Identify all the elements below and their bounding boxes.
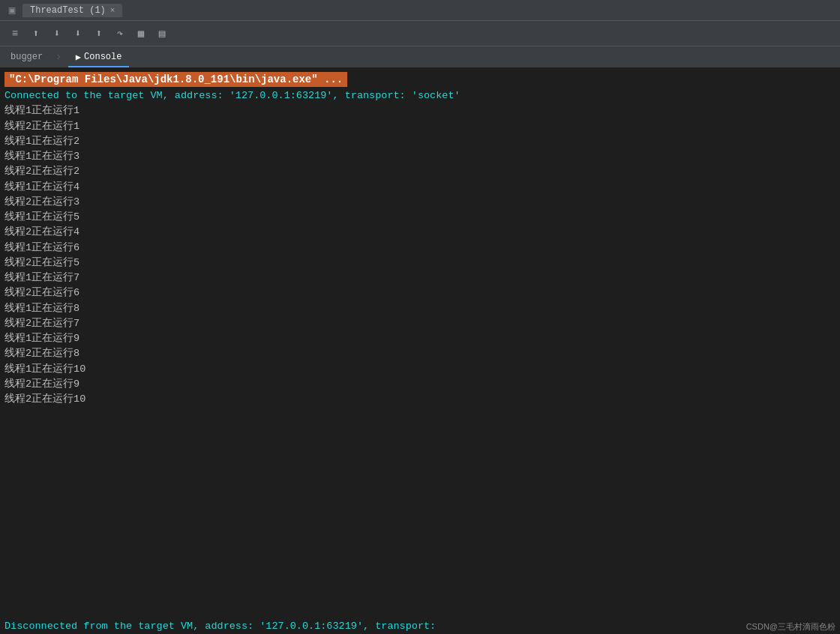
step-out-button[interactable]: ⬇ xyxy=(69,25,87,43)
tab-console-label: Console xyxy=(84,52,122,62)
debugger-label: bugger xyxy=(4,52,49,62)
watermark: CSDN@三毛村滴雨色粉 xyxy=(746,621,836,633)
menu-button[interactable]: ≡ xyxy=(6,25,24,43)
resume-button[interactable]: ⬆ xyxy=(90,25,108,43)
title-bar: ▣ ThreadTest (1) × xyxy=(0,0,840,21)
app-icon: ▣ xyxy=(6,4,18,16)
output-line: 线程2正在运行2 xyxy=(4,164,836,179)
output-line: 线程1正在运行4 xyxy=(4,180,836,195)
toolbar: ≡ ⬆ ⬇ ⬇ ⬆ ↷ ▦ ▤ xyxy=(0,21,840,46)
output-line: 线程2正在运行1 xyxy=(4,119,836,134)
output-line: 线程1正在运行1 xyxy=(4,103,836,118)
output-line: 线程1正在运行2 xyxy=(4,134,836,149)
output-line: 线程2正在运行9 xyxy=(4,377,836,392)
output-line: 线程1正在运行7 xyxy=(4,271,836,286)
output-line: 线程2正在运行5 xyxy=(4,256,836,271)
output-line: 线程2正在运行3 xyxy=(4,195,836,210)
tab-bar: bugger › ▶ Console xyxy=(0,46,840,69)
output-line: 线程1正在运行9 xyxy=(4,331,836,346)
output-line: 线程1正在运行6 xyxy=(4,241,836,256)
output-line: 线程1正在运行5 xyxy=(4,210,836,225)
disconnected-line: Disconnected from the target VM, address… xyxy=(4,619,840,634)
run-button[interactable]: ↷ xyxy=(111,25,129,43)
tab-separator: › xyxy=(55,50,62,64)
output-line: 线程2正在运行7 xyxy=(4,316,836,331)
output-line: 线程2正在运行4 xyxy=(4,225,836,240)
step-over-button[interactable]: ⬆ xyxy=(27,25,45,43)
output-line: 线程2正在运行8 xyxy=(4,346,836,361)
output-lines: 线程1正在运行1线程2正在运行1线程1正在运行2线程1正在运行3线程2正在运行2… xyxy=(4,103,836,407)
threads-button[interactable]: ▤ xyxy=(153,25,171,43)
tab-label: ThreadTest (1) xyxy=(30,5,106,16)
console-output: "C:\Program Files\Java\jdk1.8.0_191\bin\… xyxy=(0,69,840,634)
output-line: 线程2正在运行10 xyxy=(4,392,836,407)
step-into-button[interactable]: ⬇ xyxy=(48,25,66,43)
output-line: 线程1正在运行10 xyxy=(4,362,836,377)
cmd-line: "C:\Program Files\Java\jdk1.8.0_191\bin\… xyxy=(4,72,836,88)
close-icon[interactable]: × xyxy=(110,6,116,15)
frames-button[interactable]: ▦ xyxy=(132,25,150,43)
connected-line: Connected to the target VM, address: '12… xyxy=(4,88,836,103)
output-line: 线程1正在运行8 xyxy=(4,301,836,316)
tab-console[interactable]: ▶ Console xyxy=(68,49,130,67)
output-line: 线程2正在运行6 xyxy=(4,286,836,301)
console-icon: ▶ xyxy=(76,52,81,63)
title-tab[interactable]: ThreadTest (1) × xyxy=(22,4,122,17)
output-line: 线程1正在运行3 xyxy=(4,149,836,164)
